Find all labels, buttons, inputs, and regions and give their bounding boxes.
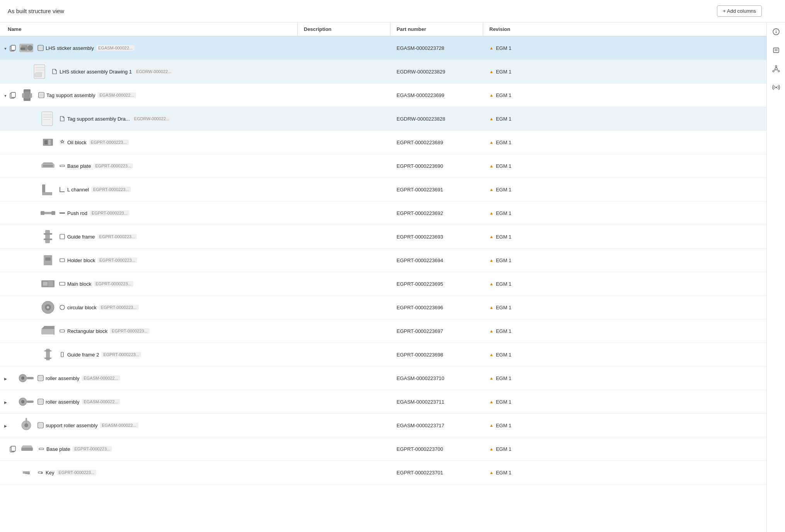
- revision-icon: ▲: [489, 258, 494, 263]
- revision-icon: ▲: [489, 447, 494, 451]
- table-row[interactable]: Key EGPRT-0000223... EGPRT-0000223701 ▲ …: [0, 461, 766, 484]
- table-row[interactable]: support roller assembly EGASM-000022... …: [0, 414, 766, 437]
- cell-revision: ▲ EGM 1: [483, 279, 560, 289]
- cell-description: [298, 258, 390, 263]
- part-icon: [59, 162, 66, 169]
- revision-text: EGM 1: [496, 352, 511, 358]
- col-header-part-number: Part number: [390, 22, 483, 36]
- cell-part-number: EGPRT-0000223693: [390, 232, 483, 242]
- revision-text: EGM 1: [496, 257, 511, 263]
- svg-marker-53: [54, 329, 54, 335]
- table-row[interactable]: Push rod EGPRT-0000223... EGPRT-00002236…: [0, 201, 766, 225]
- part-icon: [59, 257, 66, 264]
- table-row[interactable]: Base plate EGPRT-0000223... EGPRT-000022…: [0, 154, 766, 178]
- page: As built structure view + Add columns Na…: [0, 0, 785, 532]
- svg-rect-31: [42, 192, 52, 195]
- svg-rect-37: [44, 233, 52, 235]
- list-icon[interactable]: [771, 45, 782, 56]
- cell-revision: ▲ EGM 1: [483, 255, 560, 266]
- info-icon[interactable]: [771, 26, 782, 37]
- svg-rect-58: [61, 352, 63, 357]
- table-row[interactable]: L channel EGPRT-0000223... EGPRT-0000223…: [0, 178, 766, 201]
- svg-rect-61: [27, 377, 34, 379]
- revision-icon: ▲: [489, 46, 494, 50]
- svg-rect-41: [45, 257, 51, 261]
- expand-button[interactable]: [2, 44, 9, 52]
- svg-point-65: [21, 400, 24, 403]
- item-name: Tag support assembly: [46, 92, 95, 98]
- table-row[interactable]: Tag support assembly EGASM-000022... EGA…: [0, 84, 766, 107]
- item-name: support roller assembly: [46, 423, 97, 428]
- cell-description: [298, 234, 390, 239]
- table-row[interactable]: roller assembly EGASM-000022... EGASM-00…: [0, 390, 766, 414]
- item-tag: EGASM-000022...: [97, 92, 136, 98]
- table-row[interactable]: circular block EGPRT-0000223... EGPRT-00…: [0, 296, 766, 319]
- signal-icon[interactable]: [771, 82, 782, 93]
- revision-text: EGM 1: [496, 399, 511, 405]
- expand-button[interactable]: [2, 91, 9, 99]
- copy-icon: [9, 44, 16, 51]
- item-tag: EGPRT-0000223...: [89, 140, 129, 145]
- cell-name: Guide frame EGPRT-0000223...: [0, 225, 298, 248]
- document-icon: [59, 115, 66, 122]
- table-row[interactable]: Guide frame 2 EGPRT-0000223... EGPRT-000…: [0, 343, 766, 367]
- table-row[interactable]: LHS sticker assembly EGASM-000022... EGA…: [0, 36, 766, 60]
- assembly-icon: [37, 422, 44, 429]
- cell-part-number: EGASM-0000223717: [390, 420, 483, 431]
- item-name: Base plate: [46, 446, 70, 452]
- expand-button[interactable]: [2, 421, 9, 429]
- table-row[interactable]: LHS sticker assembly Drawing 1 EGDRW-000…: [0, 60, 766, 84]
- item-tag: EGPRT-0000223...: [93, 163, 133, 169]
- network-icon[interactable]: [771, 63, 782, 74]
- revision-text: EGM 1: [496, 210, 511, 216]
- revision-text: EGM 1: [496, 45, 511, 51]
- table-row[interactable]: Guide frame EGPRT-0000223... EGPRT-00002…: [0, 225, 766, 249]
- item-tag: EGASM-000022...: [96, 45, 135, 51]
- svg-rect-12: [35, 73, 42, 77]
- cell-revision: ▲ EGM 1: [483, 43, 560, 53]
- cell-revision: ▲ EGM 1: [483, 326, 560, 336]
- cell-name: roller assembly EGASM-000022...: [0, 390, 298, 413]
- revision-icon: ▲: [489, 399, 494, 404]
- add-columns-button[interactable]: + Add columns: [717, 5, 762, 17]
- revision-icon: ▲: [489, 329, 494, 333]
- table-row[interactable]: Base plate EGPRT-0000223... EGPRT-000022…: [0, 437, 766, 461]
- thumbnail: [18, 440, 36, 458]
- table-row[interactable]: Tag support assembly Dra... EGDRW-000022…: [0, 107, 766, 131]
- item-name: Push rod: [67, 210, 87, 216]
- revision-text: EGM 1: [496, 281, 511, 287]
- cell-name: Guide frame 2 EGPRT-0000223...: [0, 343, 298, 366]
- cell-description: [298, 140, 390, 145]
- table-row[interactable]: Rectangular block EGPRT-0000223... EGPRT…: [0, 319, 766, 343]
- col-header-revision: Revision: [483, 22, 560, 36]
- svg-rect-28: [43, 165, 53, 167]
- assembly-icon: [37, 44, 44, 51]
- revision-icon: ▲: [489, 376, 494, 380]
- thumbnail: [39, 345, 57, 364]
- table-row[interactable]: Main block EGPRT-0000223... EGPRT-000022…: [0, 272, 766, 296]
- cell-description: [298, 423, 390, 428]
- thumbnail: [31, 62, 49, 81]
- table-row[interactable]: Holder block EGPRT-0000223... EGPRT-0000…: [0, 249, 766, 272]
- table-row[interactable]: Oil block EGPRT-0000223... EGPRT-0000223…: [0, 131, 766, 154]
- svg-marker-29: [42, 162, 54, 164]
- expand-button[interactable]: [2, 374, 9, 382]
- cell-part-number: EGASM-0000223699: [390, 90, 483, 101]
- part-icon: [38, 445, 45, 452]
- table-row[interactable]: roller assembly EGASM-000022... EGASM-00…: [0, 367, 766, 390]
- svg-point-91: [773, 70, 774, 72]
- part-icon: [59, 280, 66, 287]
- cell-revision: ▲ EGM 1: [483, 184, 560, 195]
- cell-revision: ▲ EGM 1: [483, 137, 560, 148]
- assembly-icon: [37, 398, 44, 405]
- item-tag: EGPRT-0000223...: [72, 446, 112, 452]
- expand-button[interactable]: [2, 398, 9, 406]
- item-tag: EGPRT-0000223...: [91, 187, 131, 192]
- item-name: roller assembly: [46, 399, 79, 405]
- svg-rect-36: [45, 230, 50, 243]
- part-icon: [59, 351, 66, 358]
- svg-rect-66: [27, 401, 34, 403]
- cell-part-number: EGPRT-0000223695: [390, 279, 483, 289]
- document-icon: [51, 68, 58, 75]
- svg-rect-17: [24, 92, 30, 99]
